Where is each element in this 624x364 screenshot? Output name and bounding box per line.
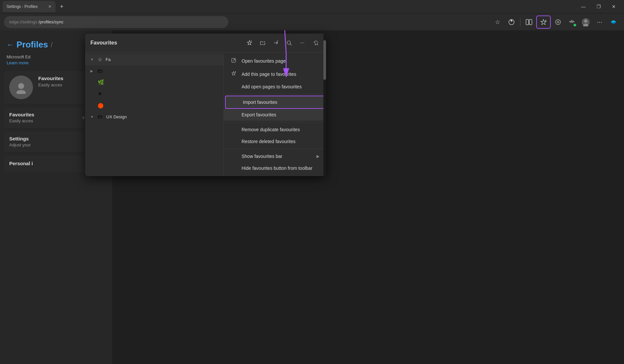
profile-avatar bbox=[9, 76, 33, 99]
tab-close-icon[interactable]: ✕ bbox=[48, 4, 51, 9]
menu-item-add-open-pages[interactable]: Add open pages to favourites bbox=[224, 81, 326, 93]
add-page-icon bbox=[230, 71, 237, 77]
bookmark-icon-btn[interactable]: ☆ bbox=[491, 15, 504, 29]
tree-icon: 🌿 bbox=[98, 79, 104, 85]
menu-item-export-fav-label: Export favourites bbox=[242, 112, 276, 117]
fav-panel-title: Favourites bbox=[90, 40, 244, 46]
submenu-arrow-icon: ▶ bbox=[316, 154, 319, 159]
expand-icon-1: ▼ bbox=[90, 58, 94, 61]
fav-header-icons: ··· bbox=[244, 38, 321, 48]
svg-line-23 bbox=[290, 44, 291, 45]
fav-pin-icon-btn[interactable] bbox=[310, 38, 321, 48]
svg-rect-1 bbox=[526, 19, 529, 25]
svg-point-11 bbox=[18, 83, 24, 89]
maximize-button[interactable]: ❐ bbox=[591, 1, 606, 12]
open-fav-page-icon bbox=[230, 58, 237, 64]
desc-text-1: Microsoft Ed bbox=[7, 54, 30, 59]
menu-item-add-page-label: Add this page to favourites bbox=[242, 72, 296, 77]
copilot-icon-btn[interactable] bbox=[607, 15, 620, 29]
menu-item-show-fav-bar-label: Show favourites bar bbox=[242, 154, 312, 159]
extensions-icon-btn[interactable] bbox=[505, 15, 518, 29]
context-menu: Open favourites page Add this page to fa… bbox=[224, 52, 326, 176]
sync-favourites-desc: Easily acces bbox=[9, 118, 34, 123]
tab-title: Settings - Profiles bbox=[7, 4, 46, 9]
favourites-panel: Favourites bbox=[85, 34, 326, 176]
menu-item-remove-duplicate-label: Remove duplicate favourites bbox=[242, 127, 300, 132]
sync-settings-desc: Adjust your bbox=[9, 142, 31, 147]
sync-personal-label: Personal i bbox=[9, 161, 33, 166]
menu-separator-3 bbox=[224, 149, 326, 149]
svg-point-9 bbox=[584, 19, 587, 23]
page-heading: Profiles bbox=[16, 40, 48, 50]
menu-separator-1 bbox=[224, 94, 326, 94]
menu-item-add-open-pages-label: Add open pages to favourites bbox=[242, 84, 302, 89]
minimize-button[interactable]: — bbox=[576, 1, 591, 12]
svg-point-22 bbox=[287, 41, 291, 45]
add-tab-icon-btn[interactable] bbox=[551, 15, 565, 29]
fav-search-icon-btn[interactable] bbox=[284, 38, 294, 48]
fav-more-icon-btn[interactable]: ··· bbox=[297, 38, 308, 48]
more-icon-btn[interactable]: ··· bbox=[593, 15, 606, 29]
fav-list-item-2[interactable]: ▶ 🗁 bbox=[85, 65, 223, 76]
profile-icon-btn[interactable] bbox=[579, 15, 592, 29]
address-bar[interactable]: edge://settings /profiles/sync bbox=[4, 16, 228, 28]
folder-icon-6: 🗁 bbox=[98, 114, 103, 120]
add-fav-icon-btn[interactable] bbox=[244, 38, 255, 48]
close-button[interactable]: ✕ bbox=[606, 1, 621, 12]
fav-item-label-6: UX Design bbox=[106, 114, 127, 119]
browser-tab[interactable]: Settings - Profiles ✕ bbox=[3, 1, 55, 12]
address-text: edge://settings bbox=[9, 19, 37, 24]
fav-item-label-1: Fa bbox=[106, 57, 111, 62]
menu-separator-2 bbox=[224, 122, 326, 122]
menu-item-add-page[interactable]: Add this page to favourites bbox=[224, 68, 326, 81]
fav-list-item-6[interactable]: ▼ 🗁 UX Design bbox=[85, 111, 223, 122]
split-view-icon-btn[interactable] bbox=[522, 15, 536, 29]
menu-item-hide-fav-btn[interactable]: Hide favourites button from toolbar bbox=[224, 162, 326, 174]
fav-list-item-3[interactable]: 🌿 bbox=[85, 76, 223, 88]
add-folder-icon-btn[interactable] bbox=[257, 38, 268, 48]
menu-item-hide-fav-btn-label: Hide favourites button from toolbar bbox=[242, 166, 312, 171]
scrollbar-track bbox=[323, 34, 326, 176]
page-content: ← Profiles / Microsoft Ed Learn more bbox=[0, 30, 624, 364]
expand-icon-6: ▼ bbox=[90, 115, 94, 119]
health-icon-btn[interactable] bbox=[565, 15, 578, 29]
favourites-icon-btn[interactable] bbox=[536, 15, 551, 29]
sync-favourites-label: Favourites bbox=[9, 112, 34, 117]
import-export-icon-btn[interactable] bbox=[271, 38, 281, 48]
folder-icon-2: 🗁 bbox=[98, 68, 103, 74]
fav-list-item-1[interactable]: ▼ ☆ Fa bbox=[85, 54, 223, 65]
fav-list-item-4[interactable]: ✳ bbox=[85, 88, 223, 100]
sync-favourites-right-text: v bbox=[82, 115, 84, 120]
star-icon: ☆ bbox=[98, 56, 102, 63]
cross-icon: ✳ bbox=[98, 91, 102, 97]
scrollbar-thumb[interactable] bbox=[323, 40, 326, 80]
menu-item-open-fav-page-label: Open favourites page bbox=[242, 58, 286, 64]
fav-items-list: ▼ ☆ Fa ▶ 🗁 🌿 bbox=[85, 52, 224, 176]
fav-panel-header: Favourites bbox=[85, 34, 326, 52]
address-path: /profiles/sync bbox=[39, 19, 64, 24]
back-arrow-icon[interactable]: ← bbox=[7, 41, 14, 49]
menu-item-remove-duplicate[interactable]: Remove duplicate favourites bbox=[224, 124, 326, 136]
sync-settings-label: Settings bbox=[9, 136, 31, 141]
nav-bar: edge://settings /profiles/sync ☆ bbox=[0, 13, 624, 30]
separator-1 bbox=[520, 18, 520, 26]
menu-item-restore-deleted-label: Restore deleted favourites bbox=[242, 139, 295, 144]
menu-item-import-fav[interactable]: Import favourites bbox=[225, 96, 325, 109]
heading-slash: / bbox=[50, 41, 52, 49]
fav-list-item-5[interactable]: ⬤ bbox=[85, 100, 223, 111]
menu-item-show-fav-bar[interactable]: Show favourites bar ▶ bbox=[224, 150, 326, 162]
menu-item-export-fav[interactable]: Export favourites bbox=[224, 109, 326, 121]
new-tab-button[interactable]: + bbox=[57, 2, 67, 12]
menu-item-open-fav-page[interactable]: Open favourites page bbox=[224, 54, 326, 68]
learn-more-link[interactable]: Learn more bbox=[7, 60, 28, 65]
svg-rect-2 bbox=[529, 19, 532, 25]
expand-icon-2: ▶ bbox=[90, 69, 94, 73]
menu-item-restore-deleted[interactable]: Restore deleted favourites bbox=[224, 136, 326, 147]
menu-item-import-fav-label: Import favourites bbox=[243, 100, 277, 105]
svg-point-12 bbox=[16, 90, 26, 94]
reddit-icon: ⬤ bbox=[98, 102, 104, 108]
